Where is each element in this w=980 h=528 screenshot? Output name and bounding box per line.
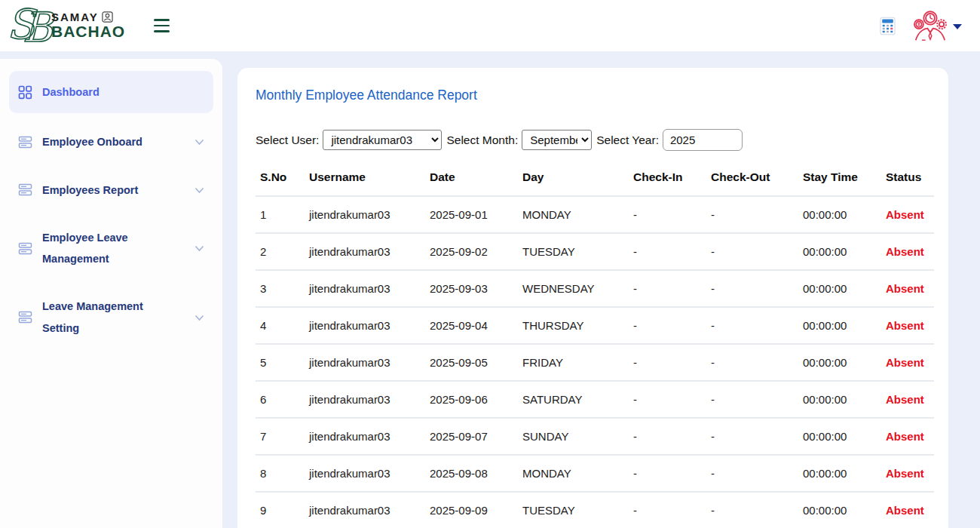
table-cell: FRIDAY	[518, 344, 629, 381]
sidebar-item-leave-management-setting[interactable]: Leave Management Setting	[9, 287, 213, 347]
dashboard-grid-icon	[18, 85, 32, 100]
table-cell: 3	[256, 270, 305, 307]
table-cell: 00:00:00	[798, 418, 881, 455]
table-cell: 8	[256, 455, 305, 492]
sidebar-item-label: Dashboard	[42, 81, 100, 103]
table-row: 9jitendrakumar032025-09-09TUESDAY--00:00…	[256, 492, 934, 528]
table-row: 6jitendrakumar032025-09-06SATURDAY--00:0…	[256, 381, 934, 418]
table-row: 3jitendrakumar032025-09-03WEDNESDAY--00:…	[256, 270, 934, 307]
column-header-status: Status	[881, 161, 934, 196]
sidebar-item-employee-onboard[interactable]: Employee Onboard	[9, 123, 213, 161]
sidebar-item-employee-leave-management[interactable]: Employee Leave Management	[9, 219, 213, 278]
table-cell: -	[629, 492, 706, 528]
status-cell: Absent	[881, 270, 934, 307]
list-icon	[18, 183, 32, 197]
table-cell: jitendrakumar03	[305, 344, 425, 381]
table-cell: -	[629, 233, 706, 270]
profile-menu[interactable]	[913, 10, 962, 41]
table-cell: 4	[256, 307, 305, 344]
table-cell: 00:00:00	[798, 196, 881, 233]
table-cell: 2025-09-01	[425, 196, 518, 233]
table-cell: 5	[256, 344, 305, 381]
table-cell: 2025-09-07	[425, 418, 518, 455]
table-cell: 00:00:00	[798, 381, 881, 418]
table-cell: SUNDAY	[518, 418, 629, 455]
list-icon	[18, 310, 32, 324]
top-bar: S B SAMAY BACHAO	[0, 0, 980, 51]
calculator-icon[interactable]	[877, 16, 898, 36]
app-logo: S B SAMAY BACHAO	[6, 4, 125, 48]
table-cell: -	[629, 344, 706, 381]
table-cell: 00:00:00	[798, 492, 881, 528]
sidebar-item-dashboard[interactable]: Dashboard	[9, 71, 213, 113]
status-cell: Absent	[881, 233, 934, 270]
status-cell: Absent	[881, 418, 934, 455]
table-cell: -	[706, 196, 798, 233]
select-year-label: Select Year:	[596, 134, 659, 147]
table-cell: jitendrakumar03	[305, 196, 425, 233]
chevron-down-icon	[194, 183, 204, 197]
main-content: Monthly Employee Attendance Report Selec…	[222, 51, 980, 528]
table-cell: MONDAY	[518, 455, 629, 492]
table-cell: 00:00:00	[798, 344, 881, 381]
column-header-s-no: S.No	[256, 161, 305, 196]
sb-monogram-icon: S B	[6, 1, 56, 48]
table-cell: WEDNESDAY	[518, 270, 629, 307]
column-header-stay-time: Stay Time	[798, 161, 881, 196]
table-row: 1jitendrakumar032025-09-01MONDAY--00:00:…	[256, 196, 934, 233]
table-cell: 2025-09-02	[425, 233, 518, 270]
table-cell: 2025-09-08	[425, 455, 518, 492]
status-cell: Absent	[881, 307, 934, 344]
table-cell: jitendrakumar03	[305, 381, 425, 418]
table-cell: 2	[256, 233, 305, 270]
table-cell: jitendrakumar03	[305, 455, 425, 492]
user-select[interactable]: jitendrakumar03	[323, 130, 442, 150]
table-cell: -	[706, 455, 798, 492]
logo-text-top: SAMAY	[51, 11, 125, 23]
sidebar-item-label: Employee Onboard	[42, 131, 169, 152]
column-header-day: Day	[518, 161, 629, 196]
year-input[interactable]	[663, 129, 743, 151]
sidebar-item-label: Leave Management Setting	[42, 296, 169, 339]
month-select[interactable]: September	[522, 130, 592, 150]
list-icon	[18, 241, 32, 256]
attendance-report-card: Monthly Employee Attendance Report Selec…	[237, 68, 948, 528]
table-cell: -	[706, 492, 798, 528]
status-cell: Absent	[881, 492, 934, 528]
attendance-table: S.NoUsernameDateDayCheck-InCheck-OutStay…	[256, 161, 934, 528]
table-cell: -	[629, 307, 706, 344]
select-month-label: Select Month:	[446, 134, 518, 147]
table-cell: -	[706, 270, 798, 307]
column-header-check-out: Check-Out	[706, 161, 798, 196]
table-cell: -	[629, 418, 706, 455]
filter-bar: Select User: jitendrakumar03 Select Mont…	[256, 129, 930, 151]
table-cell: -	[629, 455, 706, 492]
hamburger-menu-icon[interactable]	[151, 16, 173, 35]
table-cell: -	[706, 233, 798, 270]
table-cell: TUESDAY	[518, 492, 629, 528]
table-cell: -	[706, 381, 798, 418]
table-cell: 2025-09-06	[425, 381, 518, 418]
table-cell: THURSDAY	[518, 307, 629, 344]
table-row: 4jitendrakumar032025-09-04THURSDAY--00:0…	[256, 307, 934, 344]
table-cell: jitendrakumar03	[305, 418, 425, 455]
table-cell: jitendrakumar03	[305, 492, 425, 528]
table-cell: 7	[256, 418, 305, 455]
table-cell: TUESDAY	[518, 233, 629, 270]
sidebar-item-employees-report[interactable]: Employees Report	[9, 171, 213, 209]
caret-down-icon	[953, 24, 962, 29]
table-cell: -	[706, 418, 798, 455]
sidebar-item-label: Employees Report	[42, 180, 169, 201]
status-cell: Absent	[881, 344, 934, 381]
table-row: 5jitendrakumar032025-09-05FRIDAY--00:00:…	[256, 344, 934, 381]
table-row: 7jitendrakumar032025-09-07SUNDAY--00:00:…	[256, 418, 934, 455]
table-cell: 9	[256, 492, 305, 528]
table-cell: 00:00:00	[798, 455, 881, 492]
sidebar: Dashboard Employee Onboard	[0, 59, 222, 528]
status-cell: Absent	[881, 196, 934, 233]
table-row: 8jitendrakumar032025-09-08MONDAY--00:00:…	[256, 455, 934, 492]
table-cell: jitendrakumar03	[305, 307, 425, 344]
sidebar-item-label: Employee Leave Management	[42, 227, 169, 270]
table-cell: 2025-09-03	[425, 270, 518, 307]
column-header-date: Date	[425, 161, 518, 196]
